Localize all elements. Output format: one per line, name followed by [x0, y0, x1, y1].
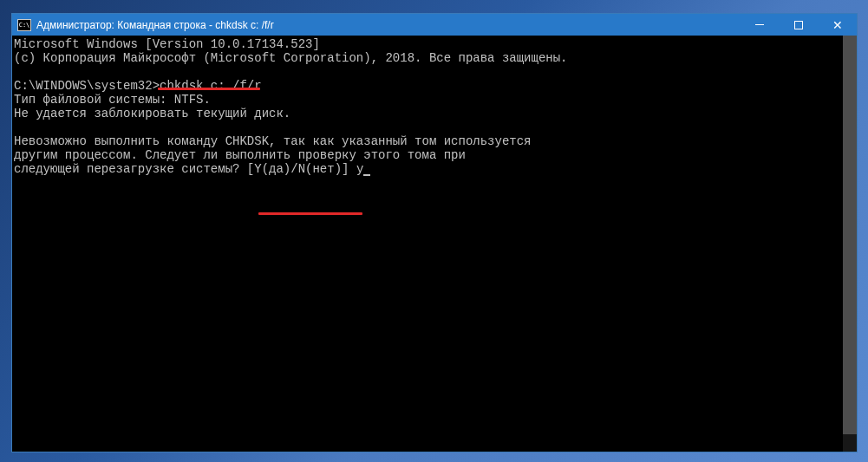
minimize-icon [755, 24, 764, 25]
terminal-prompt: C:\WINDOWS\system32> [14, 79, 160, 93]
close-icon: ✕ [832, 19, 843, 31]
terminal-line: следующей перезагрузке системы? [Y(да)/N… [14, 162, 356, 176]
cmd-icon: C:\ [17, 19, 31, 31]
cursor [363, 174, 370, 176]
terminal-line: другим процессом. Следует ли выполнить п… [14, 148, 466, 162]
terminal-line: Не удается заблокировать текущий диск. [14, 107, 290, 120]
terminal-command: chkdsk c: /f/r [160, 79, 262, 93]
close-button[interactable]: ✕ [818, 14, 857, 36]
highlight-underline [158, 88, 260, 90]
titlebar[interactable]: C:\ Администратор: Командная строка - ch… [12, 14, 857, 36]
minimize-button[interactable] [740, 14, 779, 36]
terminal-content[interactable]: Microsoft Windows [Version 10.0.17134.52… [12, 36, 857, 452]
scrollbar-thumb[interactable] [843, 36, 857, 434]
window-title: Администратор: Командная строка - chkdsk… [36, 19, 740, 31]
window-controls: ✕ [740, 14, 857, 36]
terminal-line: Microsoft Windows [Version 10.0.17134.52… [14, 37, 320, 51]
maximize-button[interactable] [779, 14, 818, 36]
highlight-underline [258, 212, 362, 215]
command-prompt-window: C:\ Администратор: Командная строка - ch… [11, 13, 858, 452]
terminal-line: (c) Корпорация Майкрософт (Microsoft Cor… [14, 51, 568, 65]
terminal-line: Тип файловой системы: NTFS. [14, 93, 211, 107]
maximize-icon [794, 21, 803, 29]
scrollbar[interactable] [843, 36, 857, 452]
user-input: y [356, 162, 363, 176]
terminal-line: Невозможно выполнить команду CHKDSK, так… [14, 134, 532, 148]
